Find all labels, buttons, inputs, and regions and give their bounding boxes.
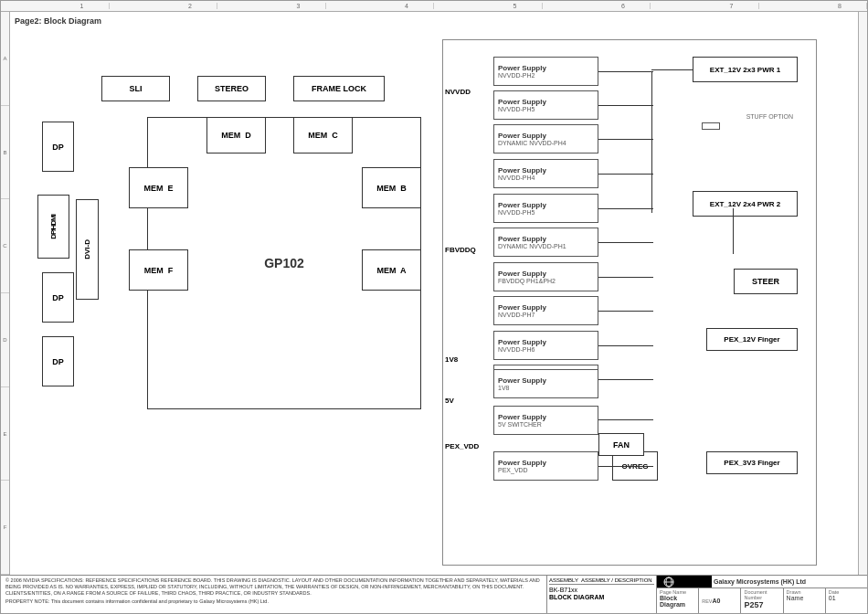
bus-line-10 bbox=[598, 379, 653, 380]
title-left: © 2006 NVIDIA SPECIFICATIONS: REFERENCE … bbox=[1, 576, 547, 613]
date-value: 01 bbox=[829, 595, 864, 601]
main-content: Page2: Block Diagram SLI STEREO FRAME LO… bbox=[10, 12, 858, 575]
ps-nvvdd-ph6: Power Supply NVVDD-PH6 bbox=[493, 331, 598, 360]
1v8-label: 1V8 bbox=[445, 355, 458, 364]
pex-3v3-label: PEX_3V3 Finger bbox=[724, 459, 779, 467]
pex-12v-label: PEX_12V Finger bbox=[724, 335, 779, 344]
frame-lock-block: FRAME LOCK bbox=[293, 76, 385, 101]
ruler-left: A B C D E F bbox=[1, 12, 10, 575]
title-info-row: Page Name Block Diagram REV A0 Document … bbox=[657, 588, 867, 613]
ps-13-title: Power Supply bbox=[498, 459, 546, 467]
bus-line-8 bbox=[598, 311, 653, 312]
ps-8-title: Power Supply bbox=[498, 303, 546, 312]
drawing-label: BLOCK DIAGRAM bbox=[549, 594, 654, 600]
ps-1v8: Power Supply 1V8 bbox=[493, 369, 598, 398]
doc-num-label: Document Number bbox=[744, 589, 779, 600]
assembly-row: ASSEMBLY ASSEMBLY / DESCRIPTION bbox=[549, 577, 654, 585]
assembly-desc: ASSEMBLY / DESCRIPTION bbox=[581, 577, 652, 583]
power-area-border: NVVDD FBVDDQ 1V8 5V PEX_VDD Power Supply… bbox=[442, 39, 817, 566]
ps-11-sub: 1V8 bbox=[498, 385, 509, 391]
sli-label: SLI bbox=[129, 84, 142, 93]
sli-block: SLI bbox=[101, 76, 170, 101]
mem-d-block: MEM D bbox=[206, 117, 266, 154]
ps-pex-vdd: Power Supply PEX_VDD bbox=[493, 451, 598, 481]
ps-dynamic-nvvdd-ph1: Power Supply DYNAMIC NVVDD-PH1 bbox=[493, 228, 598, 257]
ps-2-sub: NVVDD-PH5 bbox=[498, 106, 535, 112]
gp102-label: GP102 bbox=[264, 256, 304, 270]
frame-lock-label: FRAME LOCK bbox=[312, 84, 366, 93]
ps-4-title: Power Supply bbox=[498, 166, 546, 175]
page-name-col: Page Name Block Diagram bbox=[657, 588, 699, 613]
steer-label: STEER bbox=[752, 277, 779, 286]
ext-pwr-1: EXT_12V 2x3 PWR 1 bbox=[693, 57, 798, 82]
h-connect-1 bbox=[651, 69, 693, 70]
title-right: Galaxy Microsystems (HK) Ltd Page Name B… bbox=[657, 576, 867, 613]
ps-nvvdd-ph4: Power Supply NVVDD-PH4 bbox=[493, 159, 598, 188]
bus-line-7 bbox=[598, 277, 653, 278]
ps-5v-switcher: Power Supply 5V SWITCHER bbox=[493, 406, 598, 435]
ps-12-sub: 5V SWITCHER bbox=[498, 421, 542, 428]
drawn-col: Drawn Name bbox=[784, 588, 826, 613]
rev-value: A0 bbox=[713, 598, 721, 604]
mem-b-block: MEM B bbox=[362, 167, 421, 208]
dvi-d-label: DVI-D bbox=[83, 239, 91, 259]
ps-nvvdd-ph2: Power Supply NVVDD-PH2 bbox=[493, 57, 598, 86]
dp-2-label: DP bbox=[52, 293, 64, 302]
bus-line-2 bbox=[598, 105, 653, 106]
galaxy-logo bbox=[657, 576, 712, 588]
bus-line-9 bbox=[598, 345, 653, 346]
bus-line-12 bbox=[598, 466, 653, 467]
ps-nvvdd-ph5-2: Power Supply NVVDD-PH5 bbox=[493, 194, 598, 223]
ps-5-sub: NVVDD-PH5 bbox=[498, 209, 535, 216]
mem-c-block: MEM C bbox=[293, 117, 353, 154]
rev-label: REV bbox=[702, 598, 712, 604]
date-col: Date 01 bbox=[826, 588, 867, 613]
dp-1-label: DP bbox=[52, 143, 64, 152]
ruler-right bbox=[858, 12, 867, 575]
stereo-block: STEREO bbox=[197, 76, 266, 101]
mem-a-block: MEM A bbox=[362, 249, 421, 291]
schematic-area: SLI STEREO FRAME LOCK GP102 MEM D MEM C bbox=[15, 26, 853, 570]
ps-1-title: Power Supply bbox=[498, 64, 546, 72]
bus-line-5 bbox=[598, 208, 653, 209]
doc-num: BK-B71xx bbox=[549, 587, 654, 593]
doc-col: Document Number P257 bbox=[741, 588, 783, 613]
5v-label: 5V bbox=[445, 397, 454, 405]
ps-3-sub: DYNAMIC NVVDD-PH4 bbox=[498, 140, 566, 146]
bus-line-1 bbox=[598, 71, 653, 72]
fan-box: FAN bbox=[598, 433, 644, 456]
nvvdd-label: NVVDD bbox=[445, 88, 471, 96]
ps-6-title: Power Supply bbox=[498, 235, 546, 243]
ext-pwr-1-label: EXT_12V 2x3 PWR 1 bbox=[710, 66, 780, 74]
property-note: PROPERTY NOTE: This document contains in… bbox=[5, 598, 542, 605]
ps-3-title: Power Supply bbox=[498, 132, 546, 140]
ps-6-sub: DYNAMIC NVVDD-PH1 bbox=[498, 243, 566, 249]
dp-3-block: DP bbox=[42, 336, 74, 386]
pex-vdd-label: PEX_VDD bbox=[445, 442, 479, 450]
mem-f-block: MEM F bbox=[129, 249, 188, 291]
title-mid: ASSEMBLY ASSEMBLY / DESCRIPTION BK-B71xx… bbox=[547, 576, 657, 613]
ps-9-sub: NVVDD-PH6 bbox=[498, 346, 535, 353]
rev-col: REV A0 bbox=[699, 588, 741, 613]
copyright-text: © 2006 NVIDIA SPECIFICATIONS: REFERENCE … bbox=[5, 577, 542, 597]
page-name-value: Block Diagram bbox=[660, 595, 695, 608]
ps-nvvdd-ph7: Power Supply NVVDD-PH7 bbox=[493, 296, 598, 325]
ps-nvvdd-ph5-1: Power Supply NVVDD-PH5 bbox=[493, 90, 598, 120]
bus-line-3 bbox=[598, 139, 653, 140]
page-title: Page2: Block Diagram bbox=[15, 16, 101, 26]
vert-bus-1 bbox=[651, 71, 652, 213]
ext-pwr-2: EXT_12V 2x4 PWR 2 bbox=[693, 191, 798, 217]
title-block: © 2006 NVIDIA SPECIFICATIONS: REFERENCE … bbox=[1, 575, 867, 613]
page-container: 1 2 3 4 5 6 7 8 A B C D E F Page2: Block… bbox=[0, 0, 868, 614]
ps-4-sub: NVVDD-PH4 bbox=[498, 175, 535, 181]
fan-label: FAN bbox=[613, 440, 630, 450]
dvi-d-block: DVI-D bbox=[76, 199, 99, 300]
stuff-option: STUFF OPTION bbox=[746, 113, 793, 120]
pex-3v3-finger: PEX_3V3 Finger bbox=[706, 451, 798, 474]
ps-9-title: Power Supply bbox=[498, 338, 546, 346]
ps-7-sub: FBVDDQ PH1&PH2 bbox=[498, 278, 556, 284]
bus-line-6 bbox=[598, 242, 653, 243]
ps-7-title: Power Supply bbox=[498, 270, 546, 278]
stereo-label: STEREO bbox=[215, 84, 249, 93]
drawn-value: Name bbox=[787, 595, 822, 601]
